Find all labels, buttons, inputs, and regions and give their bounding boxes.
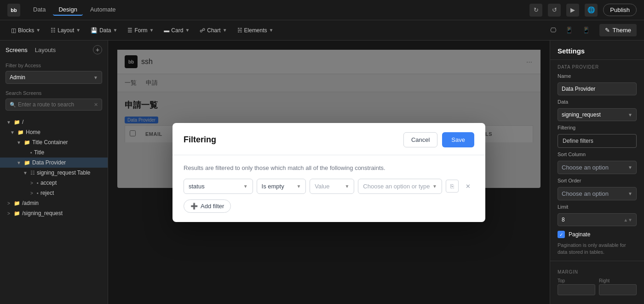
nav-tab-design[interactable]: Design: [53, 4, 82, 16]
modal-action-buttons: Cancel Save: [403, 132, 474, 147]
elements-button[interactable]: ☵ Elements ▼: [234, 25, 277, 35]
tree-label-title: Title: [34, 149, 44, 156]
tree-item-title-container[interactable]: ▼ 📁 Title Container: [0, 137, 108, 147]
search-input[interactable]: [18, 101, 94, 108]
margin-right-label: Right: [599, 278, 637, 283]
tree-item-reject[interactable]: > ▪ reject: [0, 188, 108, 198]
chart-label: Chart: [207, 27, 220, 34]
margin-top-input[interactable]: [558, 284, 595, 295]
sidebar-tab-screens[interactable]: Screens: [6, 47, 28, 53]
settings-sort-order-select[interactable]: Choose an option ▼: [558, 187, 637, 200]
filter-delete-button[interactable]: ✕: [461, 180, 474, 193]
settings-name-input[interactable]: [558, 82, 637, 95]
add-screen-button[interactable]: +: [93, 45, 102, 54]
tree-item-home[interactable]: ▼ 📁 Home: [0, 127, 108, 137]
tree-label-root: /: [22, 119, 23, 125]
add-filter-button[interactable]: ➕ Add filter: [184, 199, 231, 213]
settings-sort-column-select[interactable]: Choose an option ▼: [558, 161, 637, 174]
filter-value-select[interactable]: Value ▼: [310, 179, 354, 194]
modal-cancel-button[interactable]: Cancel: [403, 132, 437, 147]
form-icon: ☰: [127, 27, 132, 34]
filter-operator-select[interactable]: Is empty ▼: [257, 179, 306, 194]
sidebar-header: Screens Layouts +: [0, 41, 108, 59]
filter-row-actions: ⎘ ✕: [446, 180, 474, 193]
chart-icon: ☍: [200, 27, 205, 34]
filter-field-select[interactable]: status ▼: [184, 179, 253, 194]
main-layout: Screens Layouts + Filter by Access Admin…: [0, 41, 644, 304]
sidebar-tab-layouts[interactable]: Layouts: [35, 47, 56, 53]
blocks-button[interactable]: ◫ Blocks ▼: [7, 25, 44, 35]
card-chevron-icon: ▼: [185, 28, 190, 33]
folder-icon-home: 📁: [17, 129, 24, 135]
undo-button[interactable]: ↺: [548, 4, 561, 17]
filter-option-placeholder: Choose an option or type: [363, 183, 430, 190]
globe-button[interactable]: 🌐: [585, 4, 598, 17]
tree-label-accept: accept: [40, 180, 57, 186]
refresh-button[interactable]: ↻: [529, 4, 542, 17]
tree-toggle-root: ▼: [6, 119, 12, 125]
mobile-button[interactable]: 📱: [579, 25, 594, 35]
modal-save-button[interactable]: Save: [442, 132, 474, 147]
tree-item-admin[interactable]: > 📁 /admin: [0, 198, 108, 208]
define-filters-button[interactable]: Define filters: [558, 134, 637, 148]
tree-item-signing-request[interactable]: > 📁 /signing_request: [0, 208, 108, 218]
settings-limit-label: Limit: [550, 202, 644, 211]
tree-item-data-provider[interactable]: ▼ 📁 Data Provider: [0, 158, 108, 168]
add-filter-label: Add filter: [201, 203, 224, 210]
filter-op-value: Is empty: [262, 183, 284, 190]
layout-icon: ☷: [51, 27, 56, 34]
settings-sort-order-chevron-icon: ▼: [628, 191, 632, 196]
checkmark-icon: ✓: [559, 232, 563, 237]
chart-chevron-icon: ▼: [223, 28, 227, 33]
filter-value-placeholder: Value: [315, 183, 329, 190]
publish-button[interactable]: Publish: [603, 4, 637, 16]
tree-label-home: Home: [26, 129, 40, 135]
item-icon-accept: ▪: [37, 180, 39, 186]
nav-tab-data[interactable]: Data: [28, 4, 51, 16]
data-button[interactable]: 💾 Data ▼: [87, 25, 121, 35]
tree-label-signing-request: /signing_request: [22, 210, 63, 216]
tree-item-signing-request-table[interactable]: ▼ ☷ signing_request Table: [0, 168, 108, 178]
modal-overlay: Filtering Cancel Save Results are filter…: [108, 41, 550, 304]
settings-sort-column-chevron-icon: ▼: [628, 165, 632, 170]
form-button[interactable]: ☰ Form ▼: [124, 25, 157, 35]
theme-button[interactable]: ✎ Theme: [599, 24, 637, 36]
tree-label-title-container: Title Container: [32, 139, 68, 146]
right-sidebar-settings: Settings DATA PROVIDER Name Data signing…: [550, 41, 644, 304]
clear-search-button[interactable]: ✕: [94, 102, 98, 108]
tree-item-title[interactable]: ▪ Title: [0, 147, 108, 158]
settings-limit-input[interactable]: 8 ▲▼: [558, 213, 637, 226]
paginate-checkbox[interactable]: ✓: [558, 231, 565, 238]
form-chevron-icon: ▼: [149, 28, 154, 33]
tree-item-root[interactable]: ▼ 📁 /: [0, 117, 108, 127]
filter-option-select[interactable]: Choose an option or type ▼: [358, 179, 442, 194]
tree-toggle-title-container: ▼: [16, 139, 22, 146]
layout-chevron-icon: ▼: [76, 28, 80, 33]
tablet-button[interactable]: 📱: [562, 25, 577, 35]
filter-access-select[interactable]: Admin ▼: [6, 71, 102, 84]
search-screens-label: Search Screens: [6, 90, 102, 96]
margin-right-input[interactable]: [599, 284, 637, 295]
layout-button[interactable]: ☷ Layout ▼: [47, 25, 84, 35]
tree-spacer-accept: >: [29, 180, 35, 186]
canvas-area: bb ssh ⋯ 一覧 申請 申請一覧 Data Provider EMAIL …: [108, 41, 550, 304]
screen-tree: ▼ 📁 / ▼ 📁 Home ▼ 📁 Title Container ▪ Tit…: [0, 115, 108, 304]
filter-op-chevron-icon: ▼: [296, 184, 301, 189]
play-button[interactable]: ▶: [566, 4, 579, 17]
nav-tab-automate[interactable]: Automate: [85, 4, 121, 16]
tree-spacer-title: [22, 149, 29, 156]
filter-value-chevron-icon: ▼: [345, 184, 349, 189]
filter-copy-button[interactable]: ⎘: [446, 180, 459, 193]
data-label: Data: [99, 27, 111, 34]
tree-spacer-reject: >: [29, 190, 35, 196]
filtering-modal: Filtering Cancel Save Results are filter…: [172, 123, 485, 222]
margin-section: MARGIN Top Right: [550, 261, 644, 297]
card-button[interactable]: ▬ Card ▼: [160, 25, 193, 35]
chart-button[interactable]: ☍ Chart ▼: [196, 25, 230, 35]
desktop-button[interactable]: 🖵: [546, 25, 560, 35]
tree-toggle-admin: >: [6, 200, 12, 206]
filter-by-access-section: Filter by Access Admin ▼: [0, 59, 108, 88]
filter-access-chevron-icon: ▼: [93, 75, 98, 80]
settings-data-select[interactable]: signing_request ▼: [558, 108, 637, 121]
tree-item-accept[interactable]: > ▪ accept: [0, 178, 108, 188]
